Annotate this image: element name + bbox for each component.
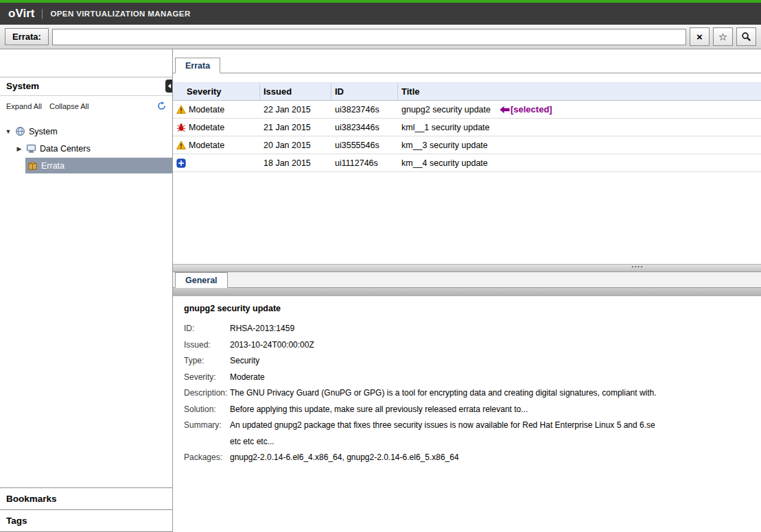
field-label: Issued:: [184, 337, 230, 354]
detail-field-summary-continued: etc etc etc...: [184, 434, 750, 450]
system-tree-sidebar: System Expand All Collapse All ▼ S: [0, 49, 173, 532]
title-text: km__4 security update: [401, 158, 488, 168]
sidebar-header: System: [0, 77, 172, 96]
star-icon: ☆: [718, 31, 727, 43]
detail-field-description: Description: The GNU Privacy Guard (GnuP…: [184, 385, 750, 402]
arrow-left-icon: [500, 106, 510, 114]
detail-field-severity: Severity: Moderate: [184, 370, 750, 386]
title-text: km__3 security update: [401, 141, 488, 150]
tab-general[interactable]: General: [175, 272, 228, 288]
sidebar-filler: [0, 173, 172, 487]
id-cell: ui1112746s: [331, 158, 398, 168]
selected-annotation-text: [selected]: [511, 104, 552, 114]
field-label: Description:: [184, 385, 230, 402]
field-label: Packages:: [184, 450, 230, 466]
severity-cell: Modetate: [173, 123, 260, 132]
column-header-id[interactable]: ID: [331, 83, 398, 100]
field-value: etc etc etc...: [230, 434, 274, 450]
sidebar-title: System: [6, 81, 39, 91]
ovirt-logo: oVirt: [8, 7, 34, 21]
table-row[interactable]: Modetate 21 Jan 2015 ui3823446s kml__1 s…: [173, 119, 761, 136]
title-cell: km__4 security update: [398, 158, 761, 168]
title-text: gnupg2 security update: [401, 105, 491, 114]
column-header-title[interactable]: Title: [398, 83, 761, 100]
tree-controls: Expand All Collapse All: [0, 96, 172, 116]
title-text: kml__1 security update: [401, 123, 490, 132]
selected-annotation: [selected]: [500, 104, 552, 114]
severity-cell: Modetate: [173, 141, 260, 150]
field-value: Security: [230, 353, 259, 370]
warning-icon: [176, 141, 186, 150]
main-tab-strip: Errata: [173, 58, 761, 73]
table-row[interactable]: 18 Jan 2015 ui1112746s km__4 security up…: [173, 154, 761, 172]
bookmark-search-button[interactable]: ☆: [713, 27, 733, 46]
table-row[interactable]: Modetate 20 Jan 2015 ui3555546s km__3 se…: [173, 136, 761, 154]
field-value: RHSA-2013:1459: [230, 321, 294, 337]
search-input[interactable]: [52, 29, 686, 45]
bug-icon: [176, 123, 186, 132]
chevron-left-icon: [167, 83, 172, 89]
main-panel: Errata Severity Issued ID Title Modetate: [173, 49, 761, 532]
issued-cell: 20 Jan 2015: [260, 141, 331, 150]
refresh-tree-button[interactable]: [157, 101, 166, 110]
title-cell: gnupg2 security update [selected]: [398, 104, 761, 114]
expander-expanded-icon[interactable]: ▼: [5, 128, 12, 135]
product-title: OPEN VIRTUALIZATION MANAGER: [50, 10, 190, 18]
column-header-issued[interactable]: Issued: [260, 83, 331, 100]
bookmarks-section-header[interactable]: Bookmarks: [0, 487, 172, 509]
tree-item-errata[interactable]: Errata: [25, 158, 172, 173]
tree-item-label: Errata: [41, 161, 65, 171]
tree-item-label: Data Centers: [40, 144, 91, 154]
id-cell: ui3823746s: [331, 105, 398, 114]
title-cell: km__3 security update: [398, 141, 761, 150]
run-search-button[interactable]: [736, 27, 756, 46]
app-header: oVirt OPEN VIRTUALIZATION MANAGER: [0, 3, 761, 25]
refresh-icon: [157, 101, 166, 110]
tree-item-label: System: [29, 127, 58, 136]
column-header-severity[interactable]: Severity: [173, 83, 260, 100]
field-value: An updated gnupg2 package that fixes thr…: [230, 418, 655, 434]
detail-field-solution: Solution: Before applying this update, m…: [184, 402, 750, 418]
table-row[interactable]: Modetate 22 Jan 2015 ui3823746s gnupg2 s…: [173, 101, 761, 119]
errata-grid: Severity Issued ID Title Modetate 22 Jan…: [173, 73, 761, 264]
splitter-handle-icon[interactable]: ••••: [631, 264, 644, 269]
field-label: Solution:: [184, 402, 230, 418]
issued-cell: 18 Jan 2015: [260, 158, 331, 168]
clear-search-button[interactable]: ×: [690, 27, 710, 46]
panel-splitter[interactable]: ••••: [173, 264, 761, 272]
title-cell: kml__1 security update: [398, 123, 761, 132]
tags-section-header[interactable]: Tags: [0, 509, 172, 532]
tree-item-system[interactable]: ▼ System: [0, 123, 172, 140]
field-value: gnupg2-2.0.14-6.el6_4.x86_64, gnupg2-2.0…: [230, 450, 459, 466]
severity-cell: Modetate: [173, 105, 260, 114]
id-cell: ui3823446s: [331, 123, 398, 132]
globe-icon: [15, 126, 25, 136]
close-icon: ×: [696, 31, 703, 43]
detail-tab-strip: General: [173, 272, 761, 288]
content-area: System Expand All Collapse All ▼ S: [0, 49, 761, 532]
search-scope-button[interactable]: Errata:: [5, 28, 49, 45]
field-label: [184, 434, 230, 450]
errata-package-icon: [27, 160, 38, 171]
collapse-all-link[interactable]: Collapse All: [49, 102, 89, 110]
severity-label: Modetate: [189, 105, 224, 114]
enhancement-plus-icon: [176, 158, 186, 168]
warning-icon: [176, 105, 186, 114]
expand-all-link[interactable]: Expand All: [6, 102, 42, 110]
field-value: The GNU Privacy Guard (GnuPG or GPG) is …: [230, 385, 657, 402]
data-centers-icon: [26, 143, 36, 154]
search-icon: [741, 32, 751, 42]
severity-cell: [173, 158, 260, 168]
detail-field-id: ID: RHSA-2013:1459: [184, 321, 750, 337]
expander-collapsed-icon[interactable]: ▶: [16, 145, 23, 152]
tree-item-data-centers[interactable]: ▶ Data Centers: [0, 140, 172, 157]
field-value: Before applying this update, make sure a…: [230, 402, 528, 418]
sidebar-collapse-button[interactable]: [165, 80, 172, 93]
header-divider: [42, 9, 43, 19]
detail-field-summary: Summary: An updated gnupg2 package that …: [184, 418, 750, 434]
severity-label: Modetate: [189, 123, 224, 132]
field-label: Type:: [184, 353, 230, 370]
field-value: 2013-10-24T00:00:00Z: [230, 337, 314, 354]
tab-errata[interactable]: Errata: [175, 58, 220, 73]
severity-label: Modetate: [189, 141, 224, 150]
